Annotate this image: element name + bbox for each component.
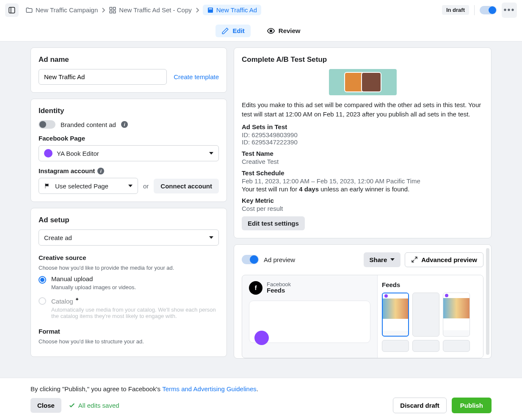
- preview-body: f Facebook Feeds Feeds ​: [242, 275, 483, 358]
- create-template-link[interactable]: Create template: [174, 73, 219, 80]
- svg-rect-4: [110, 11, 112, 13]
- format-help: Choose how you'd like to structure your …: [39, 338, 219, 345]
- abtest-illustration: [329, 69, 397, 95]
- abtest-id2: ID: 6295347222390: [242, 138, 483, 146]
- branded-content-toggle[interactable]: [39, 120, 55, 129]
- svg-point-8: [270, 30, 272, 32]
- svg-rect-3: [113, 7, 116, 9]
- abtest-schedule-label: Test Schedule: [242, 169, 483, 177]
- avatar: [254, 331, 269, 345]
- right-column: Complete A/B Test Setup Edits you make t…: [234, 47, 492, 378]
- create-ad-dropdown[interactable]: Create ad: [39, 229, 219, 246]
- terms-link[interactable]: Terms and Advertising Guidelines: [162, 385, 257, 392]
- flag-icon: [44, 182, 51, 189]
- topbar-actions: In draft •••: [442, 3, 517, 18]
- tab-bar: Edit Review: [0, 20, 522, 41]
- abtest-description: Edits you make to this ad set will be co…: [242, 100, 483, 119]
- svg-rect-7: [209, 8, 212, 9]
- status-badge: In draft: [442, 5, 469, 15]
- left-column: Ad name Create template Identity Branded…: [30, 47, 227, 378]
- facebook-page-dropdown[interactable]: YA Book Editor: [39, 145, 219, 161]
- breadcrumb-ad-label: New Traffic Ad: [216, 6, 257, 14]
- catalog-help: Automatically use media from your catalo…: [51, 307, 219, 319]
- svg-rect-6: [208, 8, 213, 13]
- format-label: Format: [39, 328, 219, 335]
- breadcrumb-adset[interactable]: New Traffic Ad Set - Copy: [109, 6, 191, 14]
- advanced-preview-button[interactable]: Advanced preview: [405, 252, 483, 267]
- ad-icon: [207, 7, 214, 14]
- caret-down-icon: [390, 258, 395, 261]
- svg-rect-5: [113, 11, 116, 13]
- ad-preview-toggle[interactable]: [242, 255, 259, 264]
- tab-review-label: Review: [279, 27, 301, 34]
- check-icon: [68, 401, 76, 409]
- close-button[interactable]: Close: [30, 398, 61, 413]
- panel-toggle-button[interactable]: [5, 3, 19, 17]
- create-ad-value: Create ad: [44, 234, 72, 241]
- tab-review[interactable]: Review: [261, 24, 307, 38]
- campaign-toggle[interactable]: [480, 6, 497, 14]
- chevron-right-icon: [101, 8, 105, 13]
- manual-upload-title: Manual upload: [51, 275, 136, 282]
- placement-thumb[interactable]: ​: [382, 293, 409, 337]
- facebook-page-label: Facebook Page: [39, 135, 219, 142]
- svg-rect-2: [110, 7, 112, 9]
- breadcrumb-campaign-label: New Traffic Campaign: [36, 6, 98, 14]
- connect-account-button[interactable]: Connect account: [154, 179, 219, 193]
- placement-thumb[interactable]: [412, 293, 439, 337]
- tab-edit-label: Edit: [232, 27, 244, 34]
- feeds-title: Feeds: [382, 281, 479, 288]
- more-button[interactable]: •••: [502, 3, 517, 18]
- caret-down-icon: [209, 236, 213, 239]
- ad-setup-title: Ad setup: [39, 216, 219, 224]
- info-icon[interactable]: i: [97, 168, 104, 174]
- ad-name-title: Ad name: [39, 55, 219, 64]
- facebook-icon: f: [249, 281, 262, 295]
- preview-main: f Facebook Feeds: [242, 275, 377, 358]
- abtest-duration: Your test will run for 4 days unless an …: [242, 185, 483, 193]
- svg-rect-0: [9, 7, 15, 13]
- caret-down-icon: [128, 185, 133, 187]
- sparkle-icon: ✦: [75, 296, 79, 302]
- placement-thumb[interactable]: [443, 340, 470, 352]
- edit-test-settings-button[interactable]: Edit test settings: [242, 216, 305, 230]
- preview-sidebar: Feeds ​ ​: [377, 275, 483, 358]
- info-icon[interactable]: i: [121, 121, 128, 128]
- publish-button[interactable]: Publish: [452, 398, 492, 413]
- abtest-card: Complete A/B Test Setup Edits you make t…: [234, 47, 492, 238]
- expand-icon: [411, 256, 418, 263]
- manual-upload-option[interactable]: Manual upload Manually upload images or …: [39, 275, 219, 290]
- tab-edit[interactable]: Edit: [215, 25, 250, 37]
- eye-icon: [267, 27, 275, 35]
- share-button[interactable]: Share: [364, 252, 401, 267]
- publish-disclaimer: By clicking "Publish," you agree to Face…: [30, 385, 492, 392]
- ad-name-input[interactable]: [39, 69, 167, 85]
- preview-platform: Facebook: [267, 282, 291, 287]
- manual-upload-help: Manually upload images or videos.: [51, 284, 136, 290]
- adset-icon: [109, 6, 116, 14]
- ad-preview-label: Ad preview: [264, 256, 295, 263]
- placement-thumb[interactable]: [382, 340, 409, 352]
- pencil-icon: [221, 27, 229, 35]
- preview-placement: Feeds: [267, 287, 291, 294]
- ad-name-card: Ad name Create template: [30, 47, 227, 93]
- page-avatar: [44, 149, 52, 158]
- placement-thumb[interactable]: ​: [443, 293, 470, 337]
- facebook-page-value: YA Book Editor: [57, 150, 99, 157]
- discard-draft-button[interactable]: Discard draft: [393, 398, 447, 413]
- placement-thumb[interactable]: [412, 340, 439, 352]
- abtest-metric-value: Cost per result: [242, 205, 483, 212]
- instagram-value: Use selected Page: [55, 182, 108, 190]
- creative-source-label: Creative source: [39, 254, 219, 261]
- catalog-option[interactable]: Catalog ✦ Automatically use media from y…: [39, 296, 219, 319]
- folder-icon: [25, 6, 33, 14]
- breadcrumb: New Traffic Campaign New Traffic Ad Set …: [22, 5, 439, 15]
- breadcrumb-ad[interactable]: New Traffic Ad: [203, 5, 261, 15]
- instagram-dropdown[interactable]: Use selected Page: [39, 178, 138, 194]
- abtest-title: Complete A/B Test Setup: [242, 55, 483, 64]
- caret-down-icon: [209, 152, 213, 155]
- breadcrumb-adset-label: New Traffic Ad Set - Copy: [119, 6, 191, 14]
- saved-status: All edits saved: [68, 401, 119, 409]
- breadcrumb-campaign[interactable]: New Traffic Campaign: [25, 6, 98, 14]
- top-bar: New Traffic Campaign New Traffic Ad Set …: [0, 0, 522, 20]
